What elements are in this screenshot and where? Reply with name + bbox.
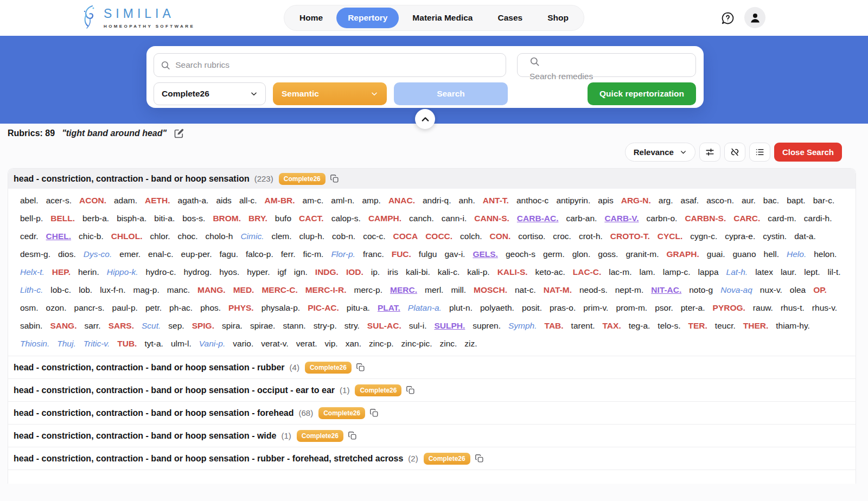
remedy-abbrev[interactable]: TUB. <box>117 335 137 352</box>
remedy-abbrev[interactable]: pancr-s. <box>74 299 105 317</box>
remedy-abbrev[interactable]: psor. <box>655 299 673 317</box>
search-mode-select[interactable]: Semantic <box>273 82 387 105</box>
search-remedies-input[interactable] <box>529 72 684 81</box>
remedy-abbrev[interactable]: TAX. <box>603 317 621 335</box>
remedy-abbrev[interactable]: clem. <box>271 227 291 245</box>
remedy-abbrev[interactable]: card-m. <box>768 209 796 227</box>
remedy-abbrev[interactable]: herin. <box>78 263 99 281</box>
remedy-abbrev[interactable]: aml-n. <box>331 191 354 209</box>
remedy-abbrev[interactable]: PIC-AC. <box>308 299 339 317</box>
remedy-abbrev[interactable]: lept. <box>804 263 820 281</box>
remedy-abbrev[interactable]: Helx-t. <box>20 263 44 281</box>
rubric-row-main[interactable]: head - constriction, contraction - band … <box>8 169 856 189</box>
sort-select[interactable]: Relevance <box>625 143 695 162</box>
close-search-button[interactable]: Close Search <box>774 143 842 162</box>
remedy-abbrev[interactable]: BRY. <box>248 209 267 227</box>
remedy-abbrev[interactable]: CACT. <box>299 209 324 227</box>
remedy-abbrev[interactable]: cedr. <box>20 227 39 245</box>
remedy-abbrev[interactable]: fic-m. <box>303 245 324 263</box>
remedy-abbrev[interactable]: bisph-a. <box>117 209 146 227</box>
remedy-abbrev[interactable]: stry-p. <box>314 317 337 335</box>
remedy-abbrev[interactable]: sep. <box>168 317 184 335</box>
remedy-abbrev[interactable]: aur. <box>742 191 756 209</box>
remedy-abbrev[interactable]: CARC. <box>733 209 760 227</box>
search-rubrics-input[interactable] <box>175 60 499 70</box>
remedy-abbrev[interactable]: stann. <box>283 317 305 335</box>
remedy-abbrev[interactable]: vip. <box>325 335 338 352</box>
remedy-abbrev[interactable]: calop-s. <box>331 209 361 227</box>
remedy-abbrev[interactable]: supren. <box>473 317 501 335</box>
search-button[interactable]: Search <box>394 82 508 105</box>
remedy-abbrev[interactable]: MERC. <box>390 281 417 299</box>
remedy-abbrev[interactable]: dat-a. <box>794 227 816 245</box>
remedy-abbrev[interactable]: thiam-hy. <box>776 317 810 335</box>
remedy-abbrev[interactable]: iris <box>387 263 398 281</box>
remedy-abbrev[interactable]: CARB-V. <box>604 209 639 227</box>
remedy-abbrev[interactable]: nept-m. <box>615 281 644 299</box>
remedy-abbrev[interactable]: hyper. <box>247 263 270 281</box>
remedy-abbrev[interactable]: germ. <box>543 245 565 263</box>
remedy-abbrev[interactable]: fulgu <box>419 245 437 263</box>
remedy-abbrev[interactable]: pitu-a. <box>347 299 370 317</box>
remedy-abbrev[interactable]: adam. <box>114 191 137 209</box>
remedy-abbrev[interactable]: guano <box>732 245 756 263</box>
remedy-abbrev[interactable]: verat-v. <box>261 335 289 352</box>
remedy-abbrev[interactable]: TER. <box>688 317 707 335</box>
remedy-abbrev[interactable]: LAC-C. <box>573 263 602 281</box>
remedy-abbrev[interactable]: anh. <box>459 191 475 209</box>
copy-rubric-button[interactable] <box>369 408 379 418</box>
remedy-abbrev[interactable]: ph-ac. <box>169 299 193 317</box>
remedy-abbrev[interactable]: MOSCH. <box>474 281 507 299</box>
remedy-abbrev[interactable]: verat. <box>296 335 317 352</box>
remedy-abbrev[interactable]: anthoc-c <box>516 191 548 209</box>
remedy-abbrev[interactable]: hydro-c. <box>145 263 176 281</box>
remedy-abbrev[interactable]: zinc. <box>439 335 457 352</box>
remedy-abbrev[interactable]: petr. <box>145 299 162 317</box>
remedy-abbrev[interactable]: spira. <box>222 317 242 335</box>
remedy-abbrev[interactable]: ign. <box>294 263 308 281</box>
remedy-abbrev[interactable]: desm-g. <box>20 245 50 263</box>
remedy-abbrev[interactable]: all-c. <box>239 191 257 209</box>
remedy-abbrev[interactable]: Cimic. <box>240 227 264 245</box>
remedy-abbrev[interactable]: lux-f-n. <box>100 281 125 299</box>
remedy-abbrev[interactable]: franc. <box>363 245 384 263</box>
remedy-abbrev[interactable]: CHEL. <box>46 227 72 245</box>
remedy-abbrev[interactable]: hell. <box>764 245 779 263</box>
rubric-row[interactable]: head - constriction, contraction - band … <box>8 401 856 424</box>
remedy-abbrev[interactable]: rhus-t. <box>781 299 805 317</box>
remedy-abbrev[interactable]: CARBN-S. <box>685 209 726 227</box>
remedy-abbrev[interactable]: ARG-N. <box>621 191 651 209</box>
remedy-abbrev[interactable]: ferr. <box>281 245 296 263</box>
remedy-abbrev[interactable]: phos. <box>200 299 221 317</box>
remedy-abbrev[interactable]: agath-a. <box>178 191 209 209</box>
remedy-abbrev[interactable]: canch. <box>409 209 434 227</box>
remedy-abbrev[interactable]: fagu. <box>219 245 238 263</box>
remedy-abbrev[interactable]: BELL. <box>50 209 75 227</box>
remedy-abbrev[interactable]: teg-a. <box>629 317 650 335</box>
remedy-abbrev[interactable]: GRAPH. <box>667 245 699 263</box>
remedy-abbrev[interactable]: SPIG. <box>192 317 214 335</box>
remedy-abbrev[interactable]: asco-n. <box>706 191 734 209</box>
remedy-abbrev[interactable]: Nova-aq <box>720 281 752 299</box>
remedy-abbrev[interactable]: plut-n. <box>449 299 473 317</box>
remedy-abbrev[interactable]: laur. <box>781 263 796 281</box>
rubric-row[interactable]: head - constriction, contraction - band … <box>8 447 856 470</box>
remedy-abbrev[interactable]: SULPH. <box>434 317 465 335</box>
remedy-abbrev[interactable]: CROTO-T. <box>610 227 650 245</box>
remedy-abbrev[interactable]: kali-bi. <box>406 263 430 281</box>
remedy-abbrev[interactable]: CANN-S. <box>474 209 509 227</box>
remedy-abbrev[interactable]: stry. <box>344 317 360 335</box>
remedy-abbrev[interactable]: pter-a. <box>681 299 705 317</box>
remedy-abbrev[interactable]: SANG. <box>50 317 76 335</box>
rubric-row[interactable]: head - constriction, contraction - band … <box>8 356 856 378</box>
remedy-abbrev[interactable]: emer. <box>119 245 141 263</box>
remedy-abbrev[interactable]: am-c. <box>303 191 324 209</box>
remedy-abbrev[interactable]: PYROG. <box>713 299 745 317</box>
remedy-abbrev[interactable]: dios. <box>58 245 76 263</box>
remedy-abbrev[interactable]: ACON. <box>79 191 106 209</box>
remedy-abbrev[interactable]: helon. <box>814 245 837 263</box>
remedy-abbrev[interactable]: chlor. <box>150 227 170 245</box>
remedy-abbrev[interactable]: manc. <box>167 281 190 299</box>
remedy-abbrev[interactable]: Vani-p. <box>199 335 226 352</box>
remedy-abbrev[interactable]: lappa <box>698 263 719 281</box>
